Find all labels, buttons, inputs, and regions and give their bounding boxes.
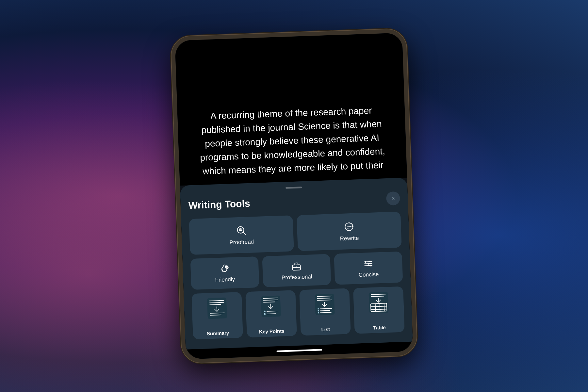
close-icon: × — [391, 195, 395, 202]
proofread-button[interactable]: Proofread — [189, 215, 294, 255]
professional-label: Professional — [282, 273, 312, 281]
svg-line-52 — [380, 303, 380, 311]
tools-row-2: Friendly — [190, 252, 403, 290]
svg-line-30 — [267, 311, 278, 311]
svg-line-9 — [293, 267, 301, 268]
drag-handle[interactable] — [286, 187, 302, 189]
svg-line-43 — [320, 312, 332, 313]
summary-icon — [206, 296, 228, 320]
panel-header: Writing Tools × — [188, 191, 400, 213]
close-button[interactable]: × — [386, 191, 400, 205]
professional-icon — [291, 261, 302, 271]
key-points-icon — [260, 295, 282, 318]
svg-line-51 — [375, 304, 376, 312]
concise-label: Concise — [358, 271, 379, 278]
list-icon — [314, 293, 335, 316]
tools-row-1: Proofread — [189, 212, 401, 255]
panel-title: Writing Tools — [188, 198, 250, 211]
svg-line-32 — [267, 314, 276, 314]
rewrite-label: Rewrite — [340, 235, 359, 242]
home-bar — [276, 349, 322, 352]
table-button[interactable]: Table — [353, 286, 405, 334]
list-button[interactable]: List — [299, 288, 351, 335]
friendly-button[interactable]: Friendly — [190, 256, 259, 290]
concise-button[interactable]: Concise — [334, 252, 403, 285]
rewrite-icon — [343, 221, 355, 233]
key-points-button[interactable]: Key Points — [245, 290, 297, 337]
professional-button[interactable]: Professional — [262, 254, 331, 287]
list-label: List — [321, 326, 330, 332]
svg-line-20 — [209, 304, 221, 305]
friendly-label: Friendly — [215, 276, 235, 283]
phone-screen: A recurring theme of the research paper … — [175, 33, 413, 359]
proofread-label: Proofread — [229, 238, 254, 246]
summary-label: Summary — [207, 330, 229, 336]
table-label: Table — [373, 324, 386, 330]
svg-line-41 — [320, 310, 330, 311]
article-text-area: A recurring theme of the research paper … — [175, 33, 407, 186]
proofread-icon — [235, 224, 247, 237]
article-text: A recurring theme of the research paper … — [194, 103, 391, 179]
rewrite-button[interactable]: Rewrite — [297, 212, 402, 251]
svg-line-1 — [243, 232, 246, 235]
writing-tools-panel: Writing Tools × — [180, 178, 413, 350]
svg-line-27 — [263, 302, 275, 302]
summary-button[interactable]: Summary — [191, 292, 243, 339]
friendly-icon — [219, 263, 230, 274]
phone-device: A recurring theme of the research paper … — [171, 29, 417, 364]
key-points-label: Key Points — [259, 328, 285, 335]
concise-icon — [363, 258, 374, 269]
svg-line-53 — [384, 303, 384, 311]
phone-wrapper: A recurring theme of the research paper … — [171, 29, 417, 364]
tools-row-3: Summary — [191, 286, 404, 340]
svg-rect-44 — [368, 292, 388, 313]
tools-grid: Proofread — [189, 212, 404, 339]
svg-line-23 — [210, 315, 221, 315]
table-icon — [368, 291, 389, 314]
